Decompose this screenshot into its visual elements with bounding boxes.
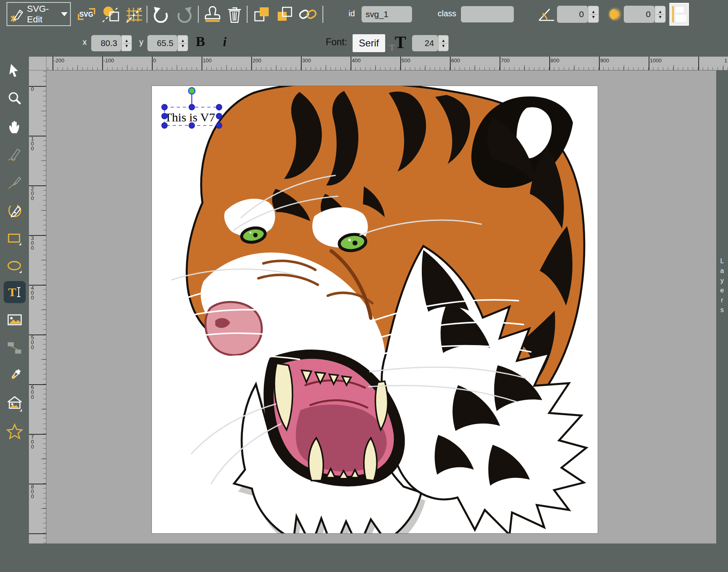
app-title: SVG-Edit — [27, 4, 58, 25]
tool-pencil-disabled[interactable] — [4, 144, 26, 166]
tool-rect[interactable] — [4, 228, 26, 250]
shapes-icon — [101, 5, 120, 23]
toolbar-separator — [322, 6, 323, 23]
ruler-label: 8 0 0 — [31, 484, 34, 499]
x-input[interactable]: 80.3 — [91, 35, 121, 51]
font-label: Font: — [326, 37, 347, 48]
svg-text:T: T — [8, 285, 16, 299]
class-input[interactable] — [461, 6, 514, 22]
tool-connector-disabled[interactable] — [4, 337, 26, 359]
redo-button[interactable] — [174, 4, 194, 25]
connector-icon — [7, 340, 23, 356]
ruler-label: 200 — [252, 57, 261, 64]
editor-preferences-button[interactable] — [125, 4, 144, 25]
blur-tool — [607, 6, 624, 23]
x-spinner[interactable]: ▲▼ — [121, 35, 132, 51]
ruler-label: 600 — [451, 57, 460, 64]
svg-source-icon: SVG — [77, 6, 96, 23]
blur-spinner[interactable]: ▲▼ — [655, 6, 666, 23]
source-editor-button[interactable]: SVG — [77, 4, 96, 25]
italic-button[interactable]: i — [217, 31, 233, 52]
ruler-corner — [29, 57, 46, 70]
tiger-artwork[interactable] — [152, 86, 598, 533]
rect-tool-icon — [7, 231, 23, 247]
redo-icon — [175, 6, 193, 23]
angle-tool — [537, 6, 555, 23]
toolbar-separator — [147, 6, 147, 23]
svg-edit-app: SVG-Edit SVG — [0, 0, 728, 572]
ruler-label: 7 0 0 — [31, 435, 34, 449]
tool-eyedropper[interactable] — [4, 365, 26, 387]
ruler-label: 0 — [31, 87, 34, 92]
svg-canvas[interactable]: This is V7 — [152, 86, 598, 533]
font-family-button[interactable]: Serif — [353, 34, 385, 52]
y-input[interactable]: 65.5 — [147, 35, 178, 51]
delete-button[interactable] — [225, 4, 244, 25]
id-label: id — [349, 9, 355, 18]
ruler-label: -200 — [54, 57, 64, 64]
y-spinner[interactable]: ▲▼ — [178, 35, 188, 51]
ruler-label: 900 — [600, 57, 609, 64]
trash-icon — [226, 5, 243, 24]
tool-image[interactable] — [4, 309, 26, 331]
magnifier-icon — [7, 91, 22, 106]
ruler-label: 2 0 0 — [31, 186, 34, 201]
image-tool-icon — [7, 312, 23, 328]
move-bottom-icon — [275, 5, 294, 24]
text-tool-icon: T — [7, 284, 23, 300]
align-panel-button[interactable] — [669, 3, 689, 26]
ruler-label: 400 — [352, 57, 361, 64]
blur-input[interactable]: 0 — [624, 6, 655, 23]
undo-button[interactable] — [151, 4, 171, 25]
ruler-label: 100 — [203, 57, 212, 64]
font-size-input[interactable]: 24 — [412, 35, 438, 51]
make-link-button[interactable] — [298, 4, 318, 25]
main-toolbar: SVG-Edit SVG — [0, 0, 728, 29]
layers-label: L a y e r s — [716, 256, 728, 315]
tool-line-disabled[interactable] — [4, 172, 26, 194]
select-arrow-icon — [7, 63, 22, 79]
selection-overlay — [152, 86, 258, 139]
blur-icon — [607, 6, 624, 23]
move-top-icon — [252, 5, 271, 24]
resize-handles[interactable] — [162, 104, 222, 128]
tool-select[interactable] — [4, 60, 26, 82]
ruler-label: 1 — [724, 57, 727, 64]
layers-panel-toggle[interactable]: L a y e r s — [716, 70, 728, 543]
move-to-top-button[interactable] — [252, 4, 271, 25]
tool-pan[interactable] — [4, 116, 26, 138]
font-size-spinner[interactable]: ▲▼ — [438, 35, 449, 51]
ruler-label: 5 0 0 — [31, 335, 34, 350]
clone-button[interactable] — [203, 4, 222, 25]
move-to-bottom-button[interactable] — [274, 4, 294, 25]
y-label: y — [139, 37, 143, 47]
tool-ellipse[interactable] — [4, 255, 26, 277]
ruler-label: 1000 — [650, 57, 662, 64]
align-bar-icon — [672, 6, 674, 22]
tool-zoom[interactable] — [4, 88, 26, 110]
ruler-vertical: 01 0 02 0 03 0 04 0 05 0 06 0 07 0 08 0 … — [29, 70, 46, 543]
eyedropper-icon — [7, 367, 23, 384]
rotate-handle[interactable] — [189, 88, 195, 94]
logo-icon — [10, 5, 24, 23]
ruler-label: 800 — [550, 57, 559, 64]
id-input[interactable]: svg_1 — [362, 6, 412, 22]
ruler-label: 1 0 0 — [31, 136, 34, 151]
ruler-label: -100 — [103, 57, 114, 64]
document-properties-button[interactable] — [101, 4, 121, 25]
line-tool-icon — [7, 175, 22, 191]
angle-input[interactable]: 0 — [557, 6, 588, 23]
tool-text[interactable]: T — [4, 281, 26, 303]
tool-shape-library[interactable] — [4, 393, 26, 415]
workspace[interactable]: This is V7 — [46, 70, 716, 543]
tool-star[interactable] — [4, 420, 26, 442]
shape-library-icon — [6, 395, 23, 412]
angle-spinner[interactable]: ▲▼ — [588, 6, 599, 23]
tools-sidebar: T — [0, 57, 29, 543]
ruler-label: 700 — [501, 57, 510, 64]
svg-text:SVG: SVG — [79, 11, 93, 18]
main-menu-button[interactable]: SVG-Edit — [7, 2, 71, 26]
tool-path[interactable] — [4, 200, 26, 222]
path-pen-icon — [7, 202, 23, 219]
bold-button[interactable]: B — [191, 31, 209, 52]
